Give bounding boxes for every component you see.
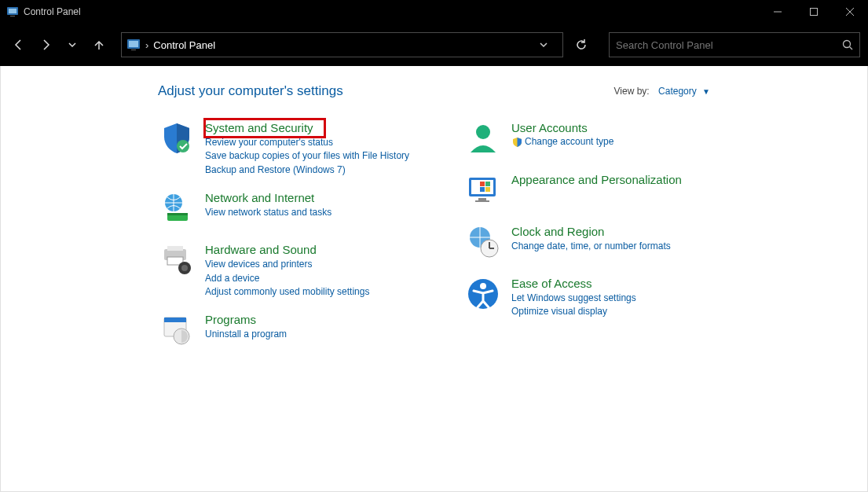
user-icon [464, 121, 502, 159]
optimize-visual-display-link[interactable]: Optimize visual display [511, 305, 739, 318]
clock-and-region-link[interactable]: Clock and Region [511, 225, 604, 238]
svg-rect-29 [475, 200, 489, 202]
svg-point-39 [480, 283, 486, 289]
svg-rect-23 [164, 318, 186, 322]
system-and-security-link[interactable]: System and Security [205, 121, 313, 134]
breadcrumb-separator-icon[interactable]: › [145, 39, 148, 51]
navigation-toolbar: › Control Panel [0, 24, 868, 66]
window-titlebar: Control Panel [0, 0, 868, 24]
search-icon[interactable] [842, 39, 853, 50]
minimize-button[interactable] [760, 0, 796, 24]
recent-locations-button[interactable] [61, 34, 83, 56]
category-user-accounts: User Accounts Change account type [464, 121, 739, 159]
programs-link[interactable]: Programs [205, 313, 256, 326]
svg-rect-16 [167, 213, 188, 215]
control-panel-icon [126, 38, 141, 52]
svg-rect-33 [485, 187, 490, 192]
category-ease-of-access: Ease of Access Let Windows suggest setti… [464, 277, 739, 319]
shield-icon [158, 121, 196, 159]
change-account-type-link[interactable]: Change account type [525, 136, 613, 147]
address-bar[interactable]: › Control Panel [121, 32, 563, 57]
svg-rect-2 [10, 16, 15, 17]
appearance-personalization-link[interactable]: Appearance and Personalization [511, 173, 682, 186]
view-network-status-link[interactable]: View network status and tasks [205, 206, 433, 219]
ease-of-access-link[interactable]: Ease of Access [511, 277, 592, 290]
svg-rect-28 [478, 198, 486, 200]
up-button[interactable] [88, 34, 110, 56]
refresh-button[interactable] [568, 32, 595, 57]
svg-point-25 [476, 125, 490, 139]
address-dropdown-button[interactable] [539, 40, 558, 50]
svg-rect-30 [480, 182, 485, 186]
category-appearance: Appearance and Personalization [464, 173, 739, 211]
window-title: Control Panel [24, 6, 81, 17]
close-button[interactable] [832, 0, 868, 24]
printer-camera-icon [158, 243, 196, 281]
page-heading: Adjust your computer's settings [158, 83, 614, 99]
uninstall-program-link[interactable]: Uninstall a program [205, 328, 433, 341]
search-input[interactable] [616, 39, 842, 51]
user-accounts-link[interactable]: User Accounts [511, 121, 588, 134]
control-panel-app-icon [6, 6, 19, 18]
svg-point-21 [181, 265, 188, 271]
svg-rect-9 [129, 41, 138, 47]
chevron-down-icon: ▼ [702, 87, 710, 96]
category-system-and-security: System and Security Review your computer… [158, 121, 433, 177]
svg-rect-4 [811, 9, 818, 16]
network-and-internet-link[interactable]: Network and Internet [205, 191, 314, 204]
category-column-left: System and Security Review your computer… [158, 121, 433, 365]
category-hardware-and-sound: Hardware and Sound View devices and prin… [158, 243, 433, 299]
svg-rect-18 [167, 246, 183, 251]
add-device-link[interactable]: Add a device [205, 272, 433, 285]
backup-restore-link[interactable]: Backup and Restore (Windows 7) [205, 163, 433, 177]
monitor-appearance-icon [464, 173, 502, 211]
programs-icon [158, 313, 196, 351]
category-programs: Programs Uninstall a program [158, 313, 433, 351]
back-button[interactable] [8, 34, 30, 56]
svg-line-12 [850, 47, 853, 50]
category-network-and-internet: Network and Internet View network status… [158, 191, 433, 229]
clock-globe-icon [464, 225, 502, 263]
hardware-and-sound-link[interactable]: Hardware and Sound [205, 243, 317, 256]
uac-shield-icon [511, 137, 522, 148]
maximize-button[interactable] [796, 0, 832, 24]
category-column-right: User Accounts Change account type Appear… [464, 121, 739, 365]
svg-rect-1 [9, 9, 16, 13]
view-devices-printers-link[interactable]: View devices and printers [205, 258, 433, 271]
windows-suggest-settings-link[interactable]: Let Windows suggest settings [511, 292, 739, 305]
category-clock-and-region: Clock and Region Change date, time, or n… [464, 225, 739, 263]
globe-network-icon [158, 191, 196, 229]
view-by-selector[interactable]: View by: Category ▼ [614, 86, 710, 97]
svg-rect-10 [131, 50, 136, 50]
svg-rect-32 [480, 187, 485, 192]
svg-rect-31 [485, 182, 490, 186]
search-box[interactable] [609, 32, 860, 57]
svg-point-13 [177, 140, 189, 152]
view-by-value: Category [658, 86, 697, 97]
content-area: Adjust your computer's settings View by:… [0, 66, 868, 492]
breadcrumb-control-panel[interactable]: Control Panel [153, 39, 215, 51]
view-by-label: View by: [614, 86, 650, 97]
accessibility-icon [464, 277, 502, 314]
change-date-time-formats-link[interactable]: Change date, time, or number formats [511, 240, 739, 253]
file-history-link[interactable]: Save backup copies of your files with Fi… [205, 149, 433, 163]
svg-point-11 [844, 41, 851, 48]
forward-button[interactable] [35, 34, 57, 56]
mobility-settings-link[interactable]: Adjust commonly used mobility settings [205, 285, 433, 299]
review-status-link[interactable]: Review your computer's status [205, 136, 433, 149]
